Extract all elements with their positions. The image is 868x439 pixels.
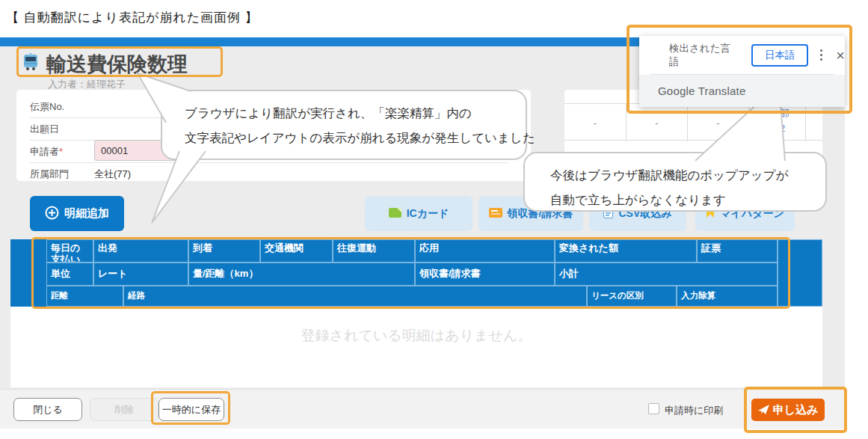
form-row-department: 所属部門 全社(77): [30, 163, 508, 185]
col-header: 距離: [46, 286, 123, 307]
japanese-language-tab[interactable]: 日本語: [751, 44, 808, 67]
totals-row: - - - 部 2: [564, 103, 822, 141]
receipt-icon: [489, 208, 502, 220]
example-caption: 【 自動翻訳により表記が崩れた画面例 】: [6, 9, 259, 26]
col-header: 到着: [188, 239, 260, 263]
plus-icon: [45, 206, 59, 222]
col-header: 変換された額: [555, 239, 697, 263]
total-cell: -: [627, 104, 688, 141]
col-header: 小計: [555, 263, 778, 286]
col-header-filler: [778, 239, 822, 307]
detail-table-header: 毎日の支払い 出発 到着 交通機関 往復運動 応用 変換された額 証票 単位 レ…: [10, 239, 822, 307]
required-mark: *: [59, 146, 63, 157]
callout-bubble-translation-issue: ブラウザにより翻訳が実行され、「楽楽精算」内の 文字表記やレイアウトの表示が崩れ…: [161, 90, 527, 160]
total-cell: [749, 104, 778, 141]
total-cell: -: [564, 104, 627, 141]
close-icon[interactable]: ×: [836, 48, 845, 63]
col-header: 証票: [697, 239, 778, 263]
callout-bubble-popup-disabled: 今後はブラウザ翻訳機能のポップアップが 自動で立ち上がらなくなります: [523, 152, 827, 212]
page-title: 輸送費保険数理: [46, 51, 188, 78]
google-translate-brand: Google Translate: [658, 85, 745, 97]
col-header: 量/距離（km）: [188, 263, 415, 286]
send-icon: [758, 405, 769, 415]
col-header: 応用: [415, 239, 555, 263]
add-detail-button[interactable]: 明細追加: [30, 196, 124, 231]
col-header: 単位: [46, 263, 93, 286]
ic-card-button[interactable]: ICカード: [365, 196, 473, 231]
empty-state-message: 登録されている明細はありません。: [10, 326, 822, 346]
translate-popup-footer: Google Translate: [639, 75, 845, 107]
train-icon: [21, 53, 40, 76]
col-header: レート: [93, 263, 188, 286]
col-header: 往復運動: [333, 239, 415, 263]
google-translate-popup: 検出された言語 日本語 × Google Translate: [639, 36, 845, 107]
print-on-apply-checkbox[interactable]: [648, 403, 659, 414]
wrapped-department-text: 部 2: [780, 106, 789, 136]
applicant-label: 申請者*: [30, 145, 81, 159]
translate-popup-toolbar: 検出された言語 日本語 ×: [639, 36, 845, 74]
temp-save-button[interactable]: 一時的に保存: [158, 398, 224, 421]
total-cell: -: [688, 104, 749, 141]
col-header: 交通機関: [260, 239, 333, 263]
close-button[interactable]: 閉じる: [13, 398, 82, 421]
department-value: 全社(77): [94, 168, 131, 181]
col-header: 経路: [123, 286, 587, 307]
submit-button[interactable]: 申し込み: [751, 399, 825, 421]
col-header: 入力除算: [677, 286, 778, 307]
slip-no-label: 伝票No.: [30, 100, 81, 114]
col-header: 出発: [93, 239, 188, 263]
detail-table-body: 登録されている明細はありません。: [10, 307, 822, 387]
col-header: 領収書/請求書: [415, 263, 555, 286]
ic-card-icon: [389, 208, 401, 220]
col-header: リースの区別: [587, 286, 677, 307]
footer-bar: 閉じる 削除 一時的に保存 申請時に印刷 申し込み: [0, 389, 845, 429]
delete-button[interactable]: 削除: [90, 398, 158, 421]
col-header: 毎日の支払い: [46, 239, 93, 263]
more-options-icon[interactable]: [820, 49, 822, 61]
screenshot-stage: 【 自動翻訳により表記が崩れた画面例 】 輸送費保険数理 入力者：経理花子 伝票…: [0, 0, 868, 439]
title-row: 輸送費保険数理: [21, 51, 188, 78]
detected-language-tab[interactable]: 検出された言語: [669, 42, 739, 69]
department-label: 所属部門: [30, 168, 81, 181]
apply-date-label: 出願日: [30, 123, 81, 136]
print-on-apply-label: 申請時に印刷: [665, 404, 723, 417]
